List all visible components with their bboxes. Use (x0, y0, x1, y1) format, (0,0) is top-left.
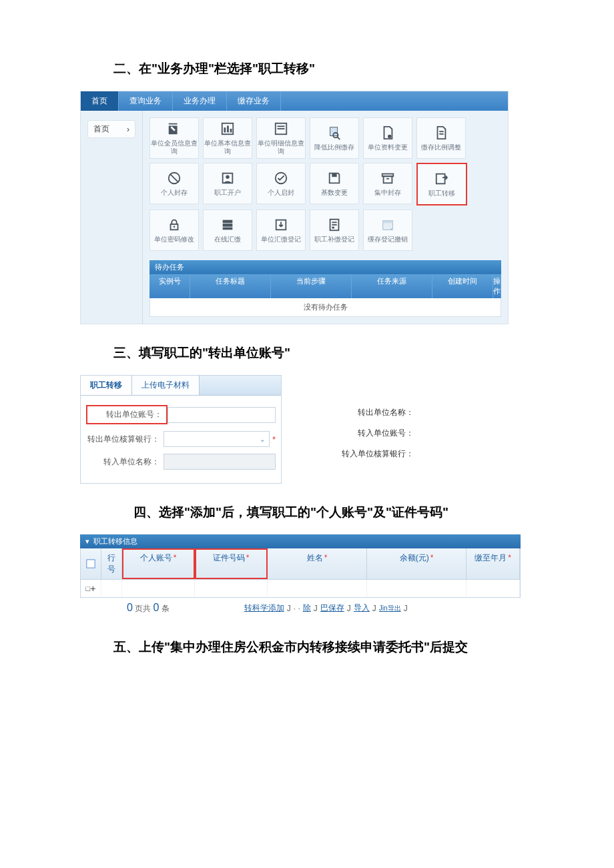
table-title-bar: ▾ 职工转移信息 (80, 534, 521, 548)
svg-rect-27 (223, 228, 233, 230)
col-checkbox[interactable] (81, 548, 101, 579)
nav-deposit[interactable]: 缴存业务 (227, 91, 281, 111)
tile-worker-transfer[interactable]: 职工转移 (416, 163, 467, 205)
tile-personal-unseal[interactable]: 个人启封 (256, 163, 306, 204)
tile-worker-supplement-reg[interactable]: 职工补缴登记 (310, 209, 359, 251)
tab-upload-materials[interactable]: 上传电子材料 (132, 376, 200, 395)
screenshot-transfer-form: 职工转移 上传电子材料 转出单位账号： 转出单位核算银行： ⌄ * 转入单位名称… (80, 375, 282, 484)
action-delete[interactable]: 除 (303, 602, 311, 614)
tile-all-info-query[interactable]: 单位全员信息查询 (149, 117, 199, 159)
screenshot-business-menu: 首页 查询业务 业务办理 缴存业务 首页 › 单位全员信息查询 单位基本信息查询 (80, 91, 509, 324)
user-box-icon (218, 170, 237, 186)
download-box-icon (272, 217, 290, 233)
table-header-row: 行号 个人账号* 证件号码* 姓名* 余额(元)* 缴至年月* (80, 548, 521, 580)
add-icon[interactable]: + (90, 584, 95, 593)
transfer-icon (432, 171, 451, 187)
svg-point-10 (388, 135, 392, 139)
tile-unit-basic-info[interactable]: 单位基本信息查询 (203, 117, 252, 159)
task-section: 待办任务 实例号 任务标题 当前步骤 任务来源 创建时间 操作 没有待办任务 (149, 260, 501, 317)
svg-rect-35 (87, 560, 95, 568)
input-out-account[interactable] (168, 407, 276, 423)
svg-rect-22 (436, 174, 445, 184)
receipt-icon (325, 217, 344, 233)
archive-icon (378, 170, 397, 186)
tile-online-payment[interactable]: 在线汇缴 (203, 209, 252, 251)
action-add[interactable]: 转科学添加 (244, 602, 284, 614)
sidebar-item-home[interactable]: 首页 › (87, 120, 135, 138)
select-out-bank[interactable]: ⌄ (164, 431, 270, 447)
label-out-bank: 转出单位核算银行： (86, 434, 164, 445)
sidebar: 首页 › (81, 111, 143, 324)
svg-line-14 (170, 174, 179, 183)
doc-gear-icon (378, 125, 397, 141)
svg-rect-2 (227, 125, 229, 132)
heading-step-4: 四、选择"添加"后，填写职工的"个人账号"及"证件号码" (133, 504, 534, 521)
tile-lower-ratio[interactable]: 降低比例缴存 (310, 117, 359, 159)
col-rownum: 行号 (101, 548, 122, 579)
transfer-form-right-labels: 转出单位名称： 转入单位账号： 转入单位核算银行： (300, 407, 414, 469)
tile-personal-seal[interactable]: 个人封存 (149, 163, 199, 204)
tile-base-change[interactable]: 基数变更 (310, 163, 359, 204)
task-header: 待办任务 (149, 260, 501, 274)
chevron-down-icon: ⌄ (256, 436, 269, 443)
tile-unit-payment-reg[interactable]: 单位汇缴登记 (256, 209, 306, 251)
tile-batch-seal[interactable]: 集中封存 (363, 163, 412, 204)
tile-reg-cancel[interactable]: 缓存登记撤销 (363, 209, 412, 251)
tile-worker-open[interactable]: 职工开户 (203, 163, 252, 204)
col-id-number: 证件号码* (195, 548, 268, 579)
row-checkbox[interactable]: □+ (81, 580, 101, 597)
nav-home[interactable]: 首页 (81, 91, 119, 111)
edit-icon (165, 121, 184, 137)
action-save[interactable]: 巴保存 (320, 602, 344, 614)
col-paid-until: 缴至年月* (467, 548, 520, 579)
chevron-right-icon: › (127, 125, 129, 134)
svg-point-16 (226, 175, 230, 179)
forbidden-icon (165, 170, 184, 186)
svg-rect-32 (332, 227, 334, 229)
label-in-unit-name: 转入单位名称： (86, 456, 164, 468)
lock-icon (165, 217, 184, 233)
svg-rect-18 (332, 173, 336, 177)
svg-rect-34 (383, 221, 393, 224)
tab-transfer[interactable]: 职工转移 (81, 376, 132, 395)
heading-step-3: 三、填写职工的"转出单位账号" (113, 344, 534, 362)
tile-ratio-adjust[interactable]: 缴存比例调整 (416, 117, 466, 159)
tile-unit-pwd-change[interactable]: 单位密码修改 (149, 209, 199, 251)
checkbox-icon (86, 559, 95, 568)
function-grid: 单位全员信息查询 单位基本信息查询 单位明细信息查询 降低比例缴存 单位资料变更… (149, 117, 501, 251)
chart-icon (218, 121, 237, 137)
label-in-unit-bank: 转入单位核算银行： (300, 448, 414, 460)
task-empty-text: 没有待办任务 (149, 298, 501, 317)
calendar-edit-icon (378, 217, 397, 233)
action-export[interactable]: Jin导出 (379, 604, 401, 613)
tab-bar: 职工转移 上传电子材料 (81, 376, 281, 396)
svg-rect-26 (223, 224, 233, 227)
page-total: 0 (154, 602, 160, 613)
heading-step-5: 五、上传"集中办理住房公积金市内转移接续申请委托书"后提交 (113, 638, 534, 656)
task-columns: 实例号 任务标题 当前步骤 任务来源 创建时间 操作 (149, 274, 501, 298)
svg-rect-25 (223, 220, 233, 224)
list-icon (272, 121, 290, 137)
tile-unit-data-change[interactable]: 单位资料变更 (363, 117, 412, 159)
label-out-account: 转出单位账号： (86, 405, 168, 424)
svg-rect-20 (384, 176, 392, 183)
col-balance: 余额(元)* (367, 548, 467, 579)
action-import[interactable]: 导入 (354, 602, 370, 614)
page-current: 0 (127, 602, 133, 613)
svg-line-9 (338, 137, 340, 139)
search-doc-icon (325, 125, 344, 141)
panel-toggle-icon[interactable]: ▾ (85, 537, 89, 546)
tile-unit-detail-info[interactable]: 单位明细信息查询 (256, 117, 306, 159)
heading-step-2: 二、在"业务办理"栏选择"职工转移" (113, 60, 534, 77)
nav-business[interactable]: 业务办理 (173, 91, 227, 111)
svg-rect-3 (230, 129, 232, 133)
nav-query[interactable]: 查询业务 (119, 91, 173, 111)
screenshot-transfer-table: ▾ 职工转移信息 行号 个人账号* 证件号码* 姓名* 余额(元)* 缴至年月*… (80, 534, 521, 618)
svg-point-24 (174, 226, 176, 228)
svg-rect-6 (278, 128, 285, 129)
input-in-unit-name[interactable] (164, 454, 276, 470)
top-nav: 首页 查询业务 业务办理 缴存业务 (81, 91, 508, 111)
table-pager: 0 页共 0 条 转科学添加J · · 除J 巴保存J 导入J Jin导出J (80, 598, 521, 618)
check-circle-icon (272, 170, 290, 186)
required-mark: * (272, 434, 276, 444)
